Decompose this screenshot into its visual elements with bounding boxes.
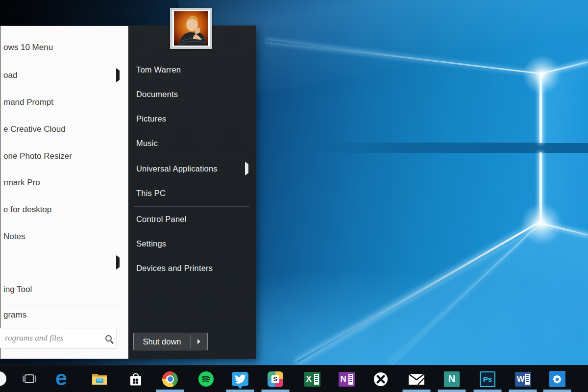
- windows-store-icon: [128, 371, 144, 387]
- menu-item-all-programs[interactable]: grams: [3, 309, 123, 321]
- settings-gear-icon: [549, 371, 565, 387]
- search-input[interactable]: [0, 328, 105, 348]
- taskbar-mail[interactable]: [401, 366, 432, 392]
- file-explorer-icon: [91, 372, 108, 386]
- user-name[interactable]: Tom Warren: [136, 64, 249, 75]
- menu-item-pictures[interactable]: Pictures: [136, 113, 249, 124]
- taskbar-chrome[interactable]: [155, 366, 185, 392]
- menu-item-settings[interactable]: Settings: [136, 238, 249, 249]
- task-view-icon: [21, 372, 38, 386]
- task-view-button[interactable]: [14, 366, 45, 392]
- separator: [134, 156, 249, 156]
- menu-item-music[interactable]: Music: [136, 137, 249, 149]
- taskbar-word[interactable]: W: [508, 366, 538, 392]
- slack-icon: S: [268, 371, 283, 387]
- taskbar-twitter[interactable]: [225, 366, 255, 392]
- taskbar-windows-store[interactable]: [121, 366, 151, 392]
- window-logo-corner-glow-top: [522, 55, 562, 94]
- taskbar-onenote[interactable]: N: [331, 366, 362, 392]
- menu-header: ows 10 Menu: [3, 42, 123, 53]
- running-indicator: [543, 390, 571, 392]
- menu-item-snipping-tool[interactable]: ing Tool: [3, 284, 123, 295]
- taskbar-spotify[interactable]: [191, 366, 221, 392]
- start-menu: ows 10 Menu oad mand Prompt e Creative C…: [0, 25, 256, 359]
- menu-item-universal-applications[interactable]: Universal Applications: [136, 163, 249, 174]
- taskbar-file-explorer[interactable]: [84, 366, 115, 392]
- onenote-icon: N: [339, 372, 355, 387]
- menu-header-label: ows 10 Menu: [3, 43, 53, 52]
- running-indicator: [474, 390, 502, 392]
- taskbar-slack[interactable]: S: [260, 366, 291, 392]
- menu-item-documents[interactable]: Documents: [136, 88, 249, 100]
- window-logo-crossbar: [294, 143, 588, 153]
- running-indicator: [156, 390, 184, 392]
- taskbar-edge[interactable]: e: [46, 366, 76, 392]
- running-indicator: [262, 390, 290, 392]
- mail-icon: [408, 373, 425, 386]
- xbox-icon: [373, 371, 389, 387]
- menu-item-this-pc[interactable]: This PC: [136, 187, 249, 199]
- desktop-screen: ows 10 Menu oad mand Prompt e Creative C…: [0, 0, 588, 392]
- search-box: [0, 328, 117, 348]
- menu-item-photo-resizer[interactable]: one Photo Resizer: [3, 150, 123, 162]
- start-menu-programs-panel: ows 10 Menu oad mand Prompt e Creative C…: [0, 26, 128, 359]
- submenu-arrow-icon: [245, 164, 248, 173]
- shutdown-label: Shut down: [134, 337, 190, 346]
- menu-item-watermark-pro[interactable]: rmark Pro: [3, 177, 123, 189]
- running-indicator: [509, 390, 537, 392]
- word-icon: W: [515, 372, 531, 387]
- taskbar-xbox[interactable]: [366, 366, 396, 392]
- twitter-icon: [232, 372, 248, 386]
- spotify-icon: [198, 371, 214, 387]
- separator: [134, 206, 249, 207]
- submenu-arrow-icon: [116, 258, 120, 268]
- window-logo-corner-glow-bottom: [520, 203, 563, 245]
- search-icon: [105, 335, 112, 342]
- taskbar-settings[interactable]: [542, 366, 572, 392]
- running-indicator: [226, 390, 254, 392]
- chrome-icon: [162, 371, 178, 387]
- taskbar: e: [0, 365, 588, 392]
- submenu-arrow-icon: [116, 71, 120, 80]
- menu-item-for-desktop[interactable]: e for desktop: [3, 204, 123, 216]
- separator: [0, 304, 122, 304]
- menu-item-submenu[interactable]: [3, 257, 123, 269]
- user-avatar[interactable]: [170, 8, 212, 49]
- start-button[interactable]: [0, 371, 6, 386]
- shutdown-button[interactable]: Shut down: [133, 333, 208, 350]
- menu-item-notepad[interactable]: oad: [3, 70, 123, 81]
- running-indicator: [403, 390, 431, 392]
- start-menu-places-panel: Tom Warren Documents Pictures Music Univ…: [128, 26, 256, 359]
- menu-item-command-prompt[interactable]: mand Prompt: [3, 97, 123, 108]
- taskbar-nextgen-reader[interactable]: N: [437, 366, 467, 392]
- separator: [0, 62, 122, 62]
- running-indicator: [438, 390, 466, 392]
- user-portrait-illustration: [173, 11, 209, 46]
- edge-icon: e: [55, 368, 67, 389]
- shutdown-expand-arrow[interactable]: [191, 339, 207, 344]
- menu-item-notes[interactable]: Notes: [3, 231, 123, 243]
- excel-icon: X: [304, 372, 320, 387]
- menu-item-devices-and-printers[interactable]: Devices and Printers: [136, 262, 249, 274]
- taskbar-excel[interactable]: X: [297, 366, 327, 392]
- menu-item-creative-cloud[interactable]: e Creative Cloud: [3, 123, 123, 135]
- photoshop-icon: Ps: [480, 371, 495, 387]
- nextgen-reader-icon: N: [444, 371, 460, 387]
- menu-item-control-panel[interactable]: Control Panel: [136, 213, 249, 225]
- taskbar-photoshop[interactable]: Ps: [472, 366, 503, 392]
